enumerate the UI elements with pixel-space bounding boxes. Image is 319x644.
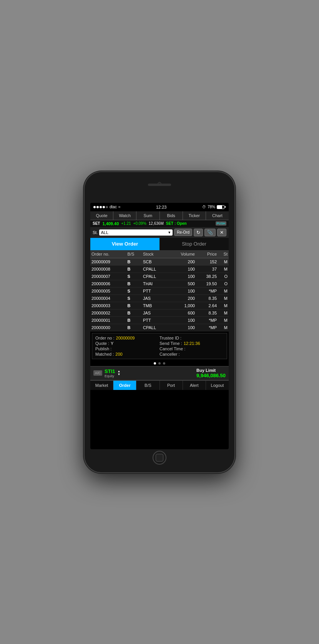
- tab-bids[interactable]: Bids: [160, 211, 183, 220]
- order-type-label: Buy Limit: [196, 368, 226, 373]
- tab-sum[interactable]: Sum: [136, 211, 160, 220]
- phone-frame: dtac ≈ 12:23 ⏱ 78% Quote Watch Sum Bids …: [85, 172, 234, 472]
- speaker: [148, 184, 171, 186]
- nav-port[interactable]: Port: [160, 381, 183, 390]
- cell-price: 152: [196, 258, 218, 265]
- detail-orderno-row: Order no : 20000009: [95, 336, 160, 340]
- table-row[interactable]: 20000005 S PTT 100 *MP M: [90, 287, 229, 294]
- nav-alert[interactable]: Alert: [183, 381, 206, 390]
- nav-order[interactable]: Order: [113, 381, 136, 390]
- table-row[interactable]: 20000002 B JAS 600 8.35 M: [90, 309, 229, 316]
- screen: dtac ≈ 12:23 ⏱ 78% Quote Watch Sum Bids …: [90, 203, 229, 449]
- reord-button[interactable]: Re-Ord: [174, 229, 192, 236]
- cell-orderno: 20000008: [90, 265, 126, 273]
- set-label: SET: [93, 221, 100, 226]
- status-right: ⏱ 78%: [202, 205, 226, 209]
- cell-volume: 200: [168, 294, 196, 302]
- cell-st: M: [218, 302, 229, 309]
- cell-stock: JAS: [142, 294, 168, 302]
- bottom-nav: Market Order B/S Port Alert Logout: [90, 380, 229, 390]
- cell-volume: 1,000: [168, 302, 196, 309]
- table-row[interactable]: 20000004 S JAS 200 8.35 M: [90, 294, 229, 302]
- filter-bar: St. ALL ▼ Re-Ord ↻ 📎 ✕: [90, 227, 229, 238]
- cell-bs: S: [126, 294, 142, 302]
- set-bar: SET 1,409.40 +1.21 +0.09% 12,636M SET : …: [90, 220, 229, 227]
- account-bar: A/C STI1 Equity ▲▼ Buy Limit 9,946,086.5…: [90, 366, 229, 380]
- nav-logout[interactable]: Logout: [206, 381, 229, 390]
- cell-stock: PTT: [142, 316, 168, 324]
- filter-select[interactable]: ALL ▼: [99, 229, 173, 236]
- account-type: Equity: [105, 374, 114, 378]
- filter-select-value: ALL: [101, 230, 108, 235]
- battery-icon: [217, 205, 226, 209]
- page-dot-1[interactable]: [154, 362, 156, 365]
- detail-canceltime-label: Cancel Time :: [160, 346, 185, 351]
- col-header-orderno: Order no.: [90, 250, 126, 258]
- detail-sendtime-row: Send Time : 12:21:36: [160, 341, 224, 346]
- cell-price: *MP: [196, 287, 218, 294]
- set-value: 1,409.40: [102, 221, 119, 226]
- chevron-down-icon: ▼: [168, 231, 171, 234]
- table-row[interactable]: 20000003 B TMB 1,000 2.64 M: [90, 302, 229, 309]
- cell-st: M: [218, 309, 229, 316]
- stop-order-tab[interactable]: Stop Order: [160, 238, 229, 250]
- refresh-button[interactable]: ↻: [194, 229, 203, 236]
- table-row[interactable]: 20000006 B THAI 500 19.50 O: [90, 280, 229, 287]
- signal-dot-2: [96, 206, 99, 208]
- cell-st: M: [218, 265, 229, 273]
- detail-canceltime-row: Cancel Time :: [160, 346, 224, 351]
- tab-chart[interactable]: Chart: [206, 211, 229, 220]
- cell-orderno: 20000003: [90, 302, 126, 309]
- cell-stock: CPALL: [142, 324, 168, 331]
- account-arrow-icon[interactable]: ▲▼: [117, 370, 120, 376]
- table-row[interactable]: 20000009 B SCB 200 152 M: [90, 258, 229, 265]
- col-header-bs: B/S: [126, 250, 142, 258]
- cell-price: 38.25: [196, 273, 218, 280]
- cell-volume: 100: [168, 265, 196, 273]
- table-row[interactable]: 20000007 S CPALL 100 38.25 O: [90, 273, 229, 280]
- signal-dot-4: [103, 206, 105, 208]
- detail-canceller-row: Canceller :: [160, 352, 224, 356]
- table-header-row: Order no. B/S Stock Volume Price St: [90, 250, 229, 258]
- cell-bs: B: [126, 324, 142, 331]
- signal-dot-3: [100, 206, 102, 208]
- cell-price: *MP: [196, 316, 218, 324]
- cell-st: M: [218, 294, 229, 302]
- view-order-tab[interactable]: View Order: [90, 238, 160, 250]
- cell-volume: 100: [168, 316, 196, 324]
- detail-quote-row: Quote : Y: [95, 341, 160, 346]
- cell-orderno: 20000005: [90, 287, 126, 294]
- account-name: STI1: [105, 368, 115, 374]
- account-limit: 9,946,086.50: [196, 373, 226, 378]
- cell-st: O: [218, 280, 229, 287]
- cell-price: 37: [196, 265, 218, 273]
- order-tabs: View Order Stop Order: [90, 238, 229, 250]
- nav-bs[interactable]: B/S: [136, 381, 160, 390]
- detail-panel: Order no : 20000009 Trustee ID : Quote :…: [92, 333, 227, 359]
- home-button[interactable]: [153, 451, 166, 465]
- nav-market[interactable]: Market: [90, 381, 113, 390]
- detail-publish-row: Publish :: [95, 346, 160, 351]
- tab-quote[interactable]: Quote: [90, 211, 113, 220]
- set-pct: +0.09%: [133, 221, 146, 226]
- cell-orderno: 20000002: [90, 309, 126, 316]
- tab-watch[interactable]: Watch: [113, 211, 136, 220]
- cell-bs: B: [126, 302, 142, 309]
- cell-bs: B: [126, 258, 142, 265]
- cell-volume: 600: [168, 309, 196, 316]
- table-row[interactable]: 20000000 B CPALL 100 *MP M: [90, 324, 229, 331]
- close-button[interactable]: ✕: [217, 229, 226, 236]
- detail-matched-label: Matched :: [95, 352, 114, 356]
- page-dot-3[interactable]: [163, 362, 165, 365]
- table-row[interactable]: 20000001 B PTT 100 *MP M: [90, 316, 229, 324]
- attach-button[interactable]: 📎: [204, 229, 216, 236]
- cell-bs: B: [126, 280, 142, 287]
- tab-ticker[interactable]: Ticker: [183, 211, 206, 220]
- alarm-icon: ⏱: [202, 205, 206, 209]
- cell-bs: S: [126, 287, 142, 294]
- table-row[interactable]: 20000008 B CPALL 100 37 M: [90, 265, 229, 273]
- col-header-stock: Stock: [142, 250, 168, 258]
- cell-price: *MP: [196, 324, 218, 331]
- cell-price: 19.50: [196, 280, 218, 287]
- page-dot-2[interactable]: [158, 362, 161, 365]
